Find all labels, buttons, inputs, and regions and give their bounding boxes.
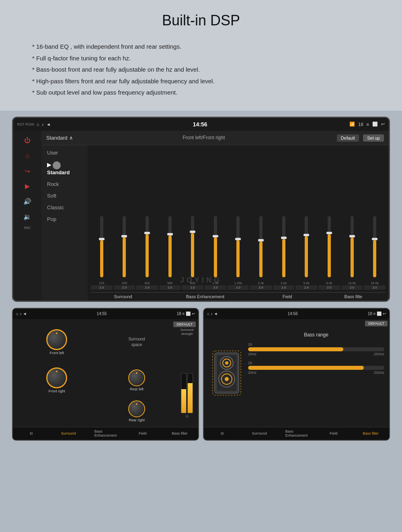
setup-button[interactable]: Set up xyxy=(363,134,384,142)
eq-band-1[interactable] xyxy=(91,214,113,279)
freq-200: 200 xyxy=(114,281,135,285)
feature-item: * Bass-boost front and rear fully adjust… xyxy=(32,64,370,76)
eq-band-3[interactable] xyxy=(136,214,158,279)
eq-band-5[interactable] xyxy=(182,214,203,279)
eq-band-8[interactable] xyxy=(250,214,272,279)
play-sidebar-icon[interactable]: ▶ xyxy=(21,180,34,193)
freq-5k: 5.0k xyxy=(295,281,317,285)
eq-feature-tabs: Surround Bass Enhancement Field Bass fil… xyxy=(91,292,386,299)
rst-pow-label: RST POW xyxy=(17,122,34,126)
tab-surround-active[interactable]: Surround xyxy=(50,427,87,440)
tab-surround-right[interactable]: Surround xyxy=(241,427,278,440)
bass-status-left: ⌂ ♪ ◄ xyxy=(207,311,218,316)
back-sidebar-icon[interactable]: ↩ xyxy=(21,165,34,177)
preset-soft[interactable]: Soft xyxy=(41,190,88,202)
tab-eq-surround[interactable]: ⊟ xyxy=(13,427,50,440)
home-icon[interactable]: ⌂ xyxy=(37,122,39,127)
tab-field-left[interactable]: Field xyxy=(124,427,161,440)
bass-default-btn[interactable]: DEFAULT xyxy=(365,321,388,326)
eq-band-2[interactable] xyxy=(114,214,135,279)
bass-sliders-area: Bass range 20 20Hz 250Hz xyxy=(248,324,384,422)
b-back[interactable]: ↩ xyxy=(383,311,386,316)
s-vol: 18 xyxy=(177,311,181,316)
bass-bottom-tabs: ⊟ Surround BassEnhancement Field Bass fi… xyxy=(204,427,389,440)
feature-item: * 16-band EQ , with independent front an… xyxy=(32,41,370,53)
freq-3k: 3.0k xyxy=(273,281,295,285)
preset-selector[interactable]: Standard ∧ xyxy=(46,135,73,141)
tab-field[interactable]: Field xyxy=(255,294,320,299)
nav-icon[interactable]: ◄ xyxy=(46,122,51,127)
b-menu[interactable]: ≡ xyxy=(373,311,377,316)
field-label-right: Field xyxy=(330,431,338,435)
home-sidebar-icon[interactable]: ⌂ xyxy=(21,149,34,162)
mic-label: MIC xyxy=(24,226,31,230)
eq-band-9[interactable] xyxy=(273,214,295,279)
slider2-track[interactable] xyxy=(248,366,384,370)
tab-bass-enhancement[interactable]: Bass Enhancement xyxy=(157,294,253,299)
eq-band-12[interactable] xyxy=(341,214,363,279)
tab-field-right[interactable]: Field xyxy=(315,427,352,440)
knobs-area: Front left Surroundspace Front right xyxy=(16,322,177,424)
music-icon[interactable]: ♪ xyxy=(42,122,44,127)
tab-bass-filter-main[interactable]: Bass filte xyxy=(321,294,386,299)
svg-point-7 xyxy=(225,377,229,381)
rear-left-label: Rear left xyxy=(130,387,144,391)
eq-band-10[interactable] xyxy=(295,214,317,279)
s-back[interactable]: ↩ xyxy=(192,311,195,316)
menu-icon[interactable]: ≡ xyxy=(367,122,369,127)
front-right-knob-group: Front right xyxy=(46,367,67,393)
b-win[interactable]: ⬜ xyxy=(377,311,381,316)
front-right-knob[interactable] xyxy=(46,367,67,388)
vol-up-icon[interactable]: 🔊 xyxy=(21,195,34,208)
surround-status-bar: ⌂ ♪ ◄ 14:55 18 ≡ ⬜ ↩ xyxy=(13,309,198,319)
eq-band-11[interactable] xyxy=(318,214,340,279)
rear-right-knob[interactable] xyxy=(128,400,145,417)
tab-eq-bass[interactable]: ⊟ xyxy=(204,427,241,440)
slider1-track[interactable] xyxy=(248,347,384,351)
surround-knobs-body: Front left Surroundspace Front right xyxy=(16,322,195,424)
eq-band-4[interactable] xyxy=(159,214,181,279)
surround-tab-right: Surround xyxy=(252,431,267,435)
eq-sliders-area: 125 200 320 500 800 1.0k 1.25k 2.0k 3.0k… xyxy=(88,145,389,301)
eq-band-13[interactable] xyxy=(364,214,386,279)
eq-band-7[interactable] xyxy=(228,214,249,279)
tab-bass-enhance-right[interactable]: BassEnhancement xyxy=(278,427,315,440)
s-menu[interactable]: ≡ xyxy=(183,311,186,316)
freq-8k: 8.0k xyxy=(318,281,340,285)
bottom-screens: ⌂ ♪ ◄ 14:55 18 ≡ ⬜ ↩ DEFAULT xyxy=(12,308,390,441)
preset-user[interactable]: User xyxy=(41,147,88,159)
front-left-knob[interactable] xyxy=(46,329,67,350)
window-icon[interactable]: ⬜ xyxy=(372,122,378,127)
b-music-icon: ♪ xyxy=(211,311,214,316)
eq-band-6[interactable] xyxy=(205,214,226,279)
tab-bass-filter-right[interactable]: Bass filter xyxy=(352,427,389,440)
bass-time: 14:56 xyxy=(288,311,298,316)
default-button[interactable]: Default xyxy=(337,134,359,142)
double-meter xyxy=(181,338,193,413)
bass-enhance-label-left: BassEnhancement xyxy=(94,429,117,437)
bass-slider-1: 20 20Hz 250Hz xyxy=(248,342,384,356)
preset-rock[interactable]: Rock xyxy=(41,178,88,190)
eq-top-bar: Standard ∧ Front left/Front right Defaul… xyxy=(41,131,389,145)
vol-down-icon[interactable]: 🔉 xyxy=(21,210,34,223)
bass-status-right: 18 ≡ ⬜ ↩ xyxy=(368,311,386,316)
time-display: 14:56 xyxy=(193,121,207,128)
slider2-hz-labels: 20Hz 250Hz xyxy=(248,371,384,375)
surround-space-label-container: Surroundspace xyxy=(128,336,145,348)
rear-left-knob[interactable] xyxy=(128,369,145,386)
features-list: * 16-band EQ , with independent front an… xyxy=(24,37,378,103)
watermark: JOYING xyxy=(180,276,222,285)
bass-filter-label-right: Bass filter xyxy=(363,431,379,435)
back-icon[interactable]: ↩ xyxy=(381,122,385,127)
preset-pop[interactable]: Pop xyxy=(41,213,88,225)
tab-bass-enhance-left[interactable]: BassEnhancement xyxy=(87,427,124,440)
sliders-container xyxy=(91,147,386,280)
preset-classic[interactable]: Classic xyxy=(41,202,88,213)
preset-standard[interactable]: Standard xyxy=(41,159,88,178)
surround-bottom-tabs: ⊟ Surround BassEnhancement Field Bass fi… xyxy=(13,427,198,440)
top-section: Built-in DSP * 16-band EQ , with indepen… xyxy=(0,0,402,111)
power-icon[interactable]: ⏻ xyxy=(21,134,34,147)
s-win[interactable]: ⬜ xyxy=(186,311,191,316)
tab-bass-filter-left[interactable]: Bass filter xyxy=(161,427,198,440)
tab-surround[interactable]: Surround xyxy=(91,294,155,299)
